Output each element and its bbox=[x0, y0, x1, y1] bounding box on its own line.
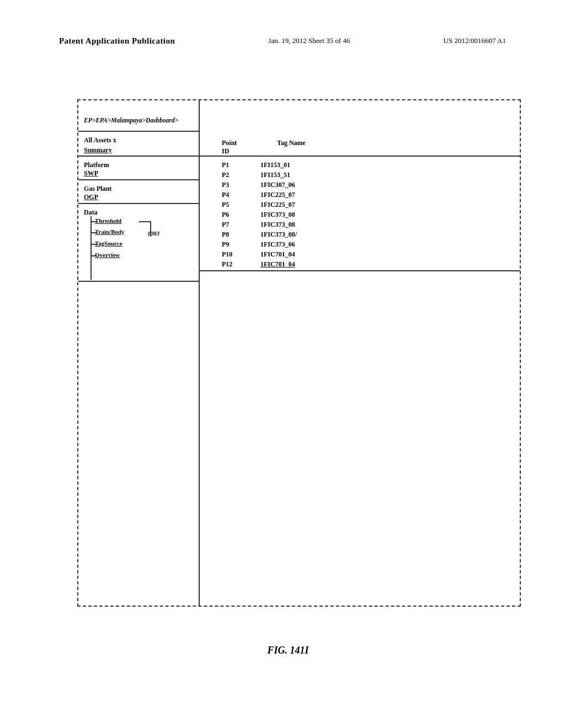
row-p2-tag: 1FI153_51 bbox=[260, 171, 290, 179]
summary-label[interactable]: Summary bbox=[84, 146, 112, 154]
col-header-point-id: Point ID bbox=[222, 139, 237, 156]
page-header: Patent Application Publication Jan. 19, … bbox=[59, 36, 506, 46]
table-header-divider bbox=[200, 156, 520, 157]
h-connector-train bbox=[90, 232, 97, 233]
h-connector-overview bbox=[90, 255, 97, 256]
publication-number: US 2012/0016607 A1 bbox=[444, 36, 506, 45]
platform-label: Platform bbox=[84, 161, 109, 169]
row-p6-tag: 1FIC373_08 bbox=[260, 211, 295, 219]
left-nav-panel: EP>EPA>Malampaya>Dashboard> All Assets x… bbox=[78, 100, 200, 606]
arrow-1083-vert bbox=[150, 221, 151, 237]
divider-after-data bbox=[78, 281, 199, 282]
col-header-tag-name: Tag Name bbox=[277, 139, 306, 147]
row-p6-id: P6 bbox=[222, 211, 229, 219]
gas-plant-value[interactable]: OGP bbox=[84, 193, 98, 201]
row-p5-tag: 1FIC225_07 bbox=[260, 201, 295, 209]
row-p8-tag: 1FIC373_08/ bbox=[260, 231, 297, 239]
row-p12-tag: 1FIC701_04 bbox=[260, 260, 295, 269]
row-p10-tag: 1FIC701_04 bbox=[260, 250, 295, 259]
row-p9-id: P9 bbox=[222, 240, 229, 249]
point-id-line1: Point bbox=[222, 139, 237, 147]
tree-vert-connector bbox=[90, 216, 92, 280]
row-p4-tag: 1FIC225_07 bbox=[260, 191, 295, 199]
publication-date-sheet: Jan. 19, 2012 Sheet 35 of 46 bbox=[268, 36, 350, 45]
row-p3-id: P3 bbox=[222, 181, 229, 189]
right-table-panel: Point ID Tag Name P1 1FI153_01 P2 1FI153… bbox=[200, 100, 520, 606]
platform-value[interactable]: SWP bbox=[84, 169, 98, 178]
row-p9-tag: 1FIC373_06 bbox=[260, 240, 295, 249]
fig-label: FIG. 141I bbox=[267, 645, 308, 656]
top-space bbox=[200, 100, 520, 101]
row-p12-id: P12 bbox=[222, 260, 232, 269]
data-label: Data bbox=[84, 208, 98, 217]
row-p5-id: P5 bbox=[222, 201, 229, 209]
h-connector-threshold bbox=[90, 221, 97, 222]
h-connector-tagsource bbox=[90, 244, 97, 245]
all-assets-label: All Assets x bbox=[84, 136, 116, 144]
table-bottom-divider bbox=[200, 270, 520, 271]
row-p1-tag: 1FI153_01 bbox=[260, 161, 290, 169]
overview-label[interactable]: Overview bbox=[95, 251, 120, 258]
train-label[interactable]: Train/Body bbox=[95, 228, 125, 235]
outer-dashed-box: EP>EPA>Malampaya>Dashboard> All Assets x… bbox=[77, 99, 521, 607]
breadcrumb: EP>EPA>Malampaya>Dashboard> bbox=[84, 117, 178, 124]
arrow-1083-h bbox=[139, 221, 151, 222]
row-p2-id: P2 bbox=[222, 171, 229, 179]
divider-top bbox=[78, 131, 199, 132]
row-p1-id: P1 bbox=[222, 161, 229, 169]
diagram-area: EP>EPA>Malampaya>Dashboard> All Assets x… bbox=[44, 88, 532, 673]
row-p7-tag: 1FIC373_08 bbox=[260, 221, 295, 229]
row-p3-tag: 1FIC307_06 bbox=[260, 181, 295, 189]
value-1083: 1083 bbox=[147, 230, 159, 237]
row-p7-id: P7 bbox=[222, 221, 229, 229]
divider-after-gas-plant bbox=[78, 203, 199, 204]
row-p10-id: P10 bbox=[222, 250, 232, 259]
divider-after-summary bbox=[78, 156, 199, 157]
row-p8-id: P8 bbox=[222, 231, 229, 239]
publication-title: Patent Application Publication bbox=[59, 36, 175, 46]
divider-after-platform bbox=[78, 179, 199, 180]
threshold-label[interactable]: Threshold bbox=[95, 217, 121, 224]
tagsource-label[interactable]: TagSource bbox=[95, 240, 122, 247]
gas-plant-label: Gas Plant bbox=[84, 185, 111, 193]
point-id-line2: ID bbox=[222, 147, 237, 156]
row-p4-id: P4 bbox=[222, 191, 229, 199]
